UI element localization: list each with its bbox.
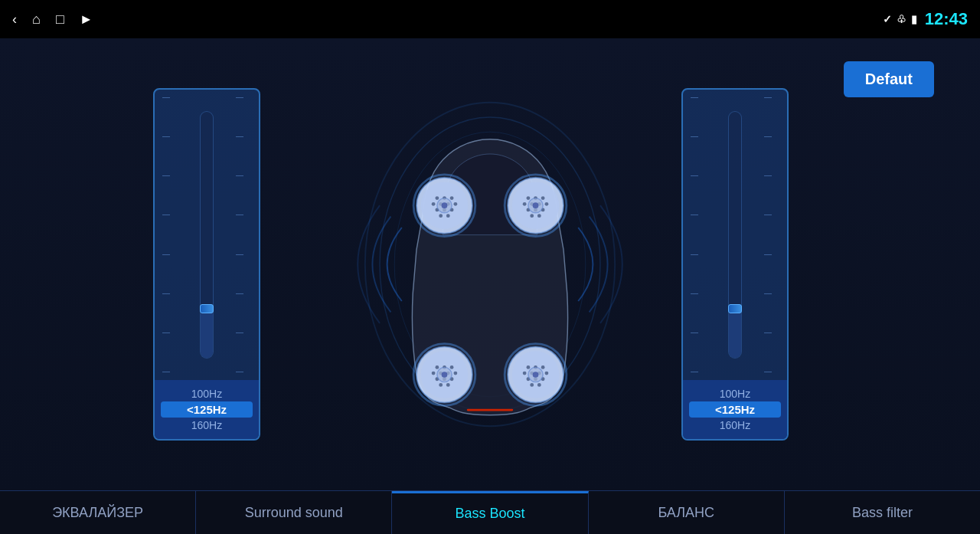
right-slider-panel: 100Hz <125Hz 160Hz [681, 88, 789, 441]
svg-point-16 [446, 214, 450, 218]
default-button[interactable]: Defaut [844, 61, 934, 97]
status-bar: ‹ ⌂ □ ► ✓ ♧ ▮ 12:43 [0, 0, 980, 38]
svg-point-23 [541, 196, 545, 200]
tick [162, 97, 170, 98]
tick [691, 136, 698, 137]
left-freq-125[interactable]: <125Hz [161, 401, 253, 418]
tab-equalizer[interactable]: ЭКВАЛАЙЗЕР [0, 491, 196, 534]
svg-point-49 [439, 383, 443, 387]
svg-point-11 [453, 202, 457, 206]
bluetooth-icon: ✓ [883, 13, 892, 25]
tick [691, 215, 698, 215]
svg-point-27 [545, 202, 549, 206]
svg-point-55 [527, 365, 531, 369]
tick [764, 333, 772, 333]
status-icons: ✓ ♧ ▮ [883, 13, 917, 25]
tick [236, 175, 243, 176]
tick [691, 372, 698, 372]
tick [691, 293, 698, 294]
left-tick-marks-right [236, 97, 251, 372]
left-slider-track-area[interactable] [155, 90, 259, 380]
left-freq-100[interactable]: 100Hz [155, 386, 259, 401]
tick [236, 293, 243, 294]
tick [764, 372, 772, 372]
wifi-icon: ♧ [897, 13, 906, 25]
svg-point-8 [432, 202, 436, 206]
tick [162, 333, 170, 333]
right-slider-fill [729, 309, 741, 358]
svg-point-15 [439, 214, 443, 218]
right-freq-100[interactable]: 100Hz [683, 386, 787, 401]
left-freq-160[interactable]: 160Hz [155, 418, 259, 433]
left-slider-track[interactable] [200, 111, 214, 358]
svg-point-41 [450, 365, 454, 369]
svg-point-57 [541, 365, 545, 369]
right-freq-labels: 100Hz <125Hz 160Hz [683, 380, 787, 439]
svg-point-61 [545, 372, 549, 375]
svg-point-50 [446, 383, 450, 387]
tick [162, 175, 170, 176]
tab-bass-boost[interactable]: Bass Boost [392, 491, 588, 534]
svg-point-66 [537, 383, 541, 387]
car-visualization [337, 80, 643, 448]
tick [162, 215, 170, 215]
svg-point-42 [432, 372, 436, 375]
tick [162, 136, 170, 137]
tick [691, 97, 698, 98]
right-slider-thumb[interactable] [728, 304, 742, 313]
tick [236, 333, 243, 333]
right-slider-track[interactable] [728, 111, 742, 358]
right-slider-track-area[interactable] [683, 90, 787, 380]
svg-point-68 [533, 372, 539, 378]
left-slider-thumb[interactable] [200, 304, 214, 313]
tick [764, 254, 772, 255]
tick [236, 254, 243, 255]
left-tick-marks [162, 97, 178, 372]
tick [764, 136, 772, 137]
svg-point-21 [527, 196, 531, 200]
tick [236, 97, 243, 98]
back-icon[interactable]: ‹ [12, 11, 17, 28]
svg-point-18 [442, 202, 448, 208]
tick [764, 293, 772, 294]
svg-point-39 [435, 365, 439, 369]
tick [236, 215, 243, 215]
svg-point-65 [530, 383, 534, 387]
tick [764, 175, 772, 176]
tab-bass-filter[interactable]: Bass filter [785, 491, 980, 534]
svg-point-5 [435, 196, 439, 200]
right-freq-125[interactable]: <125Hz [689, 401, 781, 418]
window-icon[interactable]: □ [56, 11, 64, 28]
right-tick-marks-right [764, 97, 779, 372]
cast-icon[interactable]: ► [80, 11, 93, 28]
home-icon[interactable]: ⌂ [32, 11, 41, 28]
svg-point-52 [442, 372, 448, 378]
svg-point-58 [523, 372, 527, 375]
left-slider-panel: 100Hz <125Hz 160Hz [153, 88, 260, 441]
tick [236, 372, 243, 372]
battery-icon: ▮ [911, 13, 917, 25]
tick [691, 175, 698, 176]
main-content: Defaut [0, 38, 980, 490]
tab-balance[interactable]: БАЛАНС [589, 491, 785, 534]
tab-surround-sound[interactable]: Surround sound [196, 491, 392, 534]
left-freq-labels: 100Hz <125Hz 160Hz [155, 380, 259, 439]
tick [691, 254, 698, 255]
right-freq-160[interactable]: 160Hz [683, 418, 787, 433]
nav-icons[interactable]: ‹ ⌂ □ ► [12, 11, 93, 28]
right-tick-marks-left [691, 97, 706, 372]
svg-point-45 [453, 372, 457, 375]
tab-bar: ЭКВАЛАЙЗЕР Surround sound Bass Boost БАЛ… [0, 490, 980, 534]
tick [162, 293, 170, 294]
tick [764, 215, 772, 215]
svg-point-34 [533, 202, 539, 208]
svg-point-31 [530, 214, 534, 218]
tick [764, 97, 772, 98]
tick [691, 333, 698, 333]
clock: 12:43 [925, 9, 968, 29]
tick [162, 254, 170, 255]
tick [162, 372, 170, 372]
svg-point-32 [537, 214, 541, 218]
svg-point-24 [523, 202, 527, 206]
tick [236, 136, 243, 137]
